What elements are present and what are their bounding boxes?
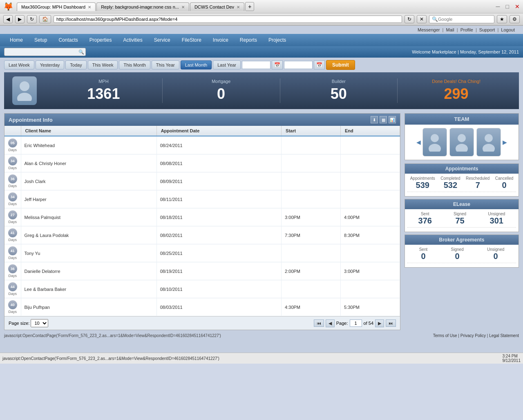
filter-date-to[interactable]: [284, 61, 313, 69]
privacy-link[interactable]: Privacy Policy: [460, 333, 486, 338]
row-start: [282, 154, 341, 172]
bookmark-btn[interactable]: ★: [497, 15, 507, 23]
filter-today[interactable]: Today: [65, 60, 86, 69]
appt-stat-appointments: Appointments 539: [410, 176, 435, 190]
tab-3[interactable]: DCWS Contact Dev ✕: [190, 2, 244, 11]
table-row[interactable]: 36 Days Josh Clark 08/09/2011: [4, 172, 400, 190]
terms-link[interactable]: Terms of Use: [433, 333, 457, 338]
row-client-name[interactable]: Jeff Harper: [21, 190, 156, 208]
team-prev-btn[interactable]: ◀: [415, 139, 422, 145]
row-client-name[interactable]: Josh Clark: [21, 172, 156, 190]
day-label: Days: [8, 148, 17, 152]
page-size-container: Page size: 10 25 50: [9, 319, 48, 327]
address-input[interactable]: http://localhost/max360group/MPHDashBoar…: [56, 17, 399, 22]
tab-2-close[interactable]: ✕: [181, 5, 185, 9]
home-button[interactable]: 🏠: [39, 15, 51, 23]
page-input[interactable]: [350, 319, 362, 327]
table-row[interactable]: 44 Days Lee & Barbara Baker 08/10/2011: [4, 280, 400, 298]
row-client-name[interactable]: Lee & Barbara Baker: [21, 280, 156, 298]
nav-properties[interactable]: Properties: [84, 34, 118, 46]
last-page-btn[interactable]: ⏭: [386, 319, 396, 327]
refresh-button[interactable]: ↻: [27, 15, 37, 23]
filter-last-year[interactable]: Last Year: [213, 60, 241, 69]
address-bar[interactable]: http://localhost/max360group/MPHDashBoar…: [54, 16, 402, 23]
day-circle: 36: [8, 174, 17, 183]
filter-this-month[interactable]: This Month: [119, 60, 150, 69]
legal-link[interactable]: Legal Statement: [489, 333, 519, 338]
day-label: Days: [8, 310, 17, 314]
table-row[interactable]: 36 Days Danielle Delatorre 08/19/2011 2:…: [4, 262, 400, 280]
nav-setup[interactable]: Setup: [29, 34, 53, 46]
messenger-link[interactable]: Messenger: [418, 27, 440, 32]
page-size-select[interactable]: 10 25 50: [31, 319, 48, 327]
filter-last-week[interactable]: Last Week: [4, 60, 34, 69]
filter-date-from[interactable]: [242, 61, 270, 69]
table-icon[interactable]: ▦: [380, 116, 387, 123]
nav-contacts[interactable]: Contacts: [53, 34, 83, 46]
row-start: 7:30PM: [282, 226, 341, 244]
filter-cal-to[interactable]: 📅: [314, 60, 325, 69]
team-section: TEAM ◀: [405, 113, 519, 160]
row-appt-date: 08/18/2011: [156, 208, 281, 226]
support-link[interactable]: Support: [479, 27, 495, 32]
profile-link[interactable]: Profile: [460, 27, 473, 32]
nav-activities[interactable]: Activities: [117, 34, 148, 46]
prev-page-btn[interactable]: ◀: [326, 319, 335, 327]
table-row[interactable]: 34 Days Alan & Christy Honer 08/08/2011: [4, 154, 400, 172]
row-client-name[interactable]: Danielle Delatorre: [21, 262, 156, 280]
filter-this-week[interactable]: This Week: [88, 60, 118, 69]
table-row[interactable]: 40 Days Biju Pufhpan 08/03/2011 4:30PM 5…: [4, 298, 400, 316]
export-icon[interactable]: ⬇: [371, 116, 378, 123]
tab-2[interactable]: Reply: background-image:none css n... ✕: [96, 2, 189, 11]
filter-submit-button[interactable]: Submit: [326, 60, 355, 70]
nav-projects[interactable]: Projects: [263, 34, 292, 46]
filter-cal-from[interactable]: 📅: [272, 60, 283, 69]
tab-1[interactable]: Max360Group: MPH Dashboard ✕: [17, 2, 96, 11]
row-client-name[interactable]: Greg & Laura Podolak: [21, 226, 156, 244]
forward-button[interactable]: ▶: [15, 15, 25, 23]
day-circle: 41: [8, 228, 17, 237]
app-wrapper: Messenger | Mail | Profile | Support | L…: [0, 26, 523, 353]
browser-search-input[interactable]: [438, 17, 487, 22]
nav-service[interactable]: Service: [148, 34, 176, 46]
chart-icon[interactable]: 📊: [389, 116, 396, 123]
row-start: [282, 136, 341, 154]
table-row[interactable]: 34 Days Jeff Harper 08/11/2011: [4, 190, 400, 208]
maximize-btn[interactable]: □: [506, 3, 509, 10]
team-next-btn[interactable]: ▶: [501, 139, 509, 145]
filter-last-month[interactable]: Last Month: [181, 60, 212, 69]
back-button[interactable]: ◀: [3, 15, 13, 23]
stop-button[interactable]: ✕: [417, 15, 427, 23]
broker-stat-sent: Sent 0: [419, 247, 428, 261]
filter-this-year[interactable]: This Year: [152, 60, 179, 69]
filter-yesterday[interactable]: Yesterday: [36, 60, 65, 69]
table-row[interactable]: 05 Days Eric Whitehead 08/24/2011: [4, 136, 400, 154]
minimize-btn[interactable]: ─: [496, 3, 500, 10]
table-row[interactable]: 41 Days Greg & Laura Podolak 08/02/2011 …: [4, 226, 400, 244]
tab-1-close[interactable]: ✕: [88, 5, 91, 9]
browser-search-box[interactable]: 🔍: [429, 15, 494, 23]
new-tab-button[interactable]: +: [245, 2, 254, 11]
next-page-btn[interactable]: ▶: [375, 319, 384, 327]
row-client-name[interactable]: Melissa Palmquist: [21, 208, 156, 226]
table-row[interactable]: 27 Days Melissa Palmquist 08/18/2011 3:0…: [4, 208, 400, 226]
nav-invoice[interactable]: Invoice: [207, 34, 234, 46]
nav-home[interactable]: Home: [4, 34, 29, 46]
mortgage-label: Mortgage: [167, 79, 276, 84]
reload-button[interactable]: ↻: [405, 15, 414, 23]
app-search-input[interactable]: [4, 48, 86, 56]
tools-btn[interactable]: ⚙: [510, 15, 520, 23]
row-client-name[interactable]: Alan & Christy Honer: [21, 154, 156, 172]
tab-3-close[interactable]: ✕: [237, 5, 240, 9]
close-btn[interactable]: ✕: [515, 3, 520, 10]
first-page-btn[interactable]: ⏮: [314, 319, 324, 327]
nav-reports[interactable]: Reports: [234, 34, 263, 46]
table-row[interactable]: 41 Days Tony Yu 08/25/2011: [4, 244, 400, 262]
row-client-name[interactable]: Eric Whitehead: [21, 136, 156, 154]
nav-filestore[interactable]: FileStore: [176, 34, 207, 46]
logout-link[interactable]: Logout: [501, 27, 515, 32]
mail-link[interactable]: Mail: [446, 27, 454, 32]
row-client-name[interactable]: Tony Yu: [21, 244, 156, 262]
row-client-name[interactable]: Biju Pufhpan: [21, 298, 156, 316]
browser-titlebar: 🦊 Max360Group: MPH Dashboard ✕ Reply: ba…: [0, 0, 523, 13]
